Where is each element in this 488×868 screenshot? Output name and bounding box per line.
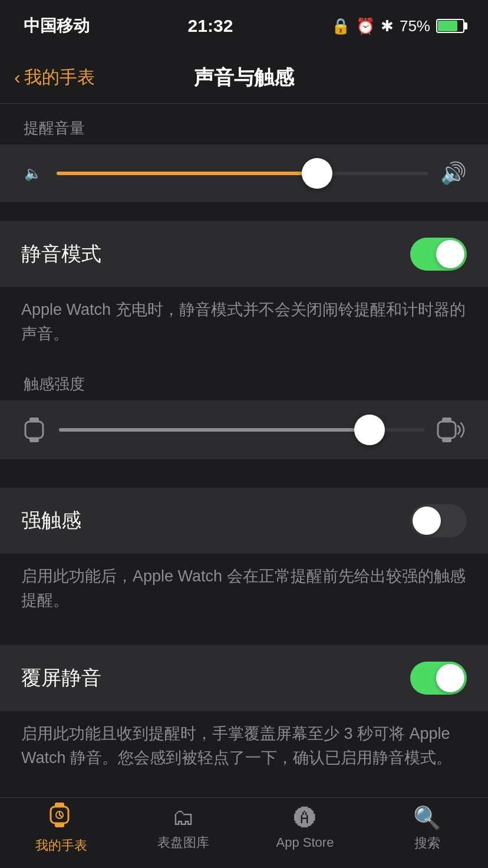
silent-mode-row: 静音模式 [0, 221, 488, 287]
back-arrow-icon: ‹ [14, 67, 21, 88]
page-title: 声音与触感 [194, 64, 294, 91]
haptic-strength-track[interactable] [59, 428, 424, 432]
carrier: 中国移动 [24, 15, 90, 37]
alert-volume-fill [57, 172, 317, 175]
prominent-haptic-toggle[interactable] [410, 504, 467, 537]
divider-2 [0, 459, 488, 478]
tab-my-watch-label: 我的手表 [35, 837, 87, 854]
cover-to-mute-label: 覆屏静音 [21, 665, 101, 692]
cover-to-mute-knob [436, 664, 464, 692]
tab-search[interactable]: 🔍 搜索 [380, 805, 474, 852]
alert-volume-slider-row: 🔈 🔊 [0, 144, 488, 202]
divider-3 [0, 626, 488, 645]
prominent-haptic-description: 启用此功能后，Apple Watch 会在正常提醒前先给出较强的触感提醒。 [0, 554, 488, 626]
prominent-haptic-label: 强触感 [21, 507, 81, 534]
svg-rect-0 [25, 422, 43, 438]
svg-rect-5 [442, 438, 451, 442]
cover-to-mute-group: 覆屏静音 [0, 645, 488, 711]
status-right: 🔒 ⏰ ✱ 75% [331, 17, 464, 35]
alert-volume-thumb [302, 158, 332, 189]
volume-low-icon: 🔈 [21, 165, 45, 182]
svg-rect-3 [438, 422, 456, 438]
svg-rect-4 [442, 417, 451, 422]
silent-mode-description: Apple Watch 充电时，静音模式并不会关闭闹铃提醒和计时器的声音。 [0, 287, 488, 360]
status-bar: 中国移动 21:32 🔒 ⏰ ✱ 75% [0, 0, 488, 52]
alert-volume-label: 提醒音量 [0, 104, 488, 144]
svg-rect-2 [29, 438, 39, 442]
main-content: 提醒音量 🔈 🔊 静音模式 Apple Watch 充电时，静音模式并不会关闭闹… [0, 104, 488, 868]
silent-mode-label: 静音模式 [21, 241, 101, 268]
haptic-strength-fill [59, 428, 370, 432]
haptic-strength-slider-row [0, 400, 488, 459]
prominent-haptic-row: 强触感 [0, 488, 488, 554]
haptic-high-icon [436, 417, 467, 443]
divider-1 [0, 202, 488, 221]
tab-my-watch[interactable]: 我的手表 [14, 802, 108, 854]
battery-percent: 75% [400, 17, 430, 35]
back-button[interactable]: ‹ 我的手表 [14, 65, 95, 90]
alert-volume-track[interactable] [57, 172, 428, 175]
tab-face-gallery-label: 表盘图库 [157, 834, 209, 851]
silent-mode-group: 静音模式 [0, 221, 488, 287]
svg-rect-7 [55, 803, 64, 807]
svg-rect-1 [29, 417, 39, 422]
app-store-icon: 🅐 [294, 806, 316, 831]
divider-2b [0, 478, 488, 488]
tab-face-gallery[interactable]: 🗂 表盘图库 [136, 805, 230, 851]
cover-to-mute-toggle[interactable] [410, 662, 467, 695]
cover-to-mute-row: 覆屏静音 [0, 645, 488, 711]
tab-search-label: 搜索 [414, 834, 440, 852]
tab-app-store-label: App Store [276, 835, 334, 850]
alarm-icon: ⏰ [356, 17, 375, 35]
volume-high-icon: 🔊 [440, 161, 467, 186]
lock-icon: 🔒 [331, 17, 350, 35]
nav-bar: ‹ 我的手表 声音与触感 [0, 52, 488, 104]
tab-app-store[interactable]: 🅐 App Store [258, 806, 352, 850]
clock: 21:32 [188, 16, 233, 36]
my-watch-icon [48, 802, 74, 833]
alert-volume-section: 提醒音量 🔈 🔊 [0, 104, 488, 202]
haptic-low-icon [21, 417, 47, 443]
cover-to-mute-description: 启用此功能且收到提醒时，手掌覆盖屏幕至少 3 秒可将 Apple Watch 静… [0, 711, 488, 784]
silent-mode-knob [436, 240, 464, 268]
search-icon: 🔍 [413, 805, 441, 831]
back-label: 我的手表 [24, 65, 95, 90]
bluetooth-icon: ✱ [381, 17, 394, 35]
haptic-strength-label: 触感强度 [0, 360, 488, 400]
prominent-haptic-knob [413, 507, 441, 535]
silent-mode-toggle[interactable] [410, 238, 467, 271]
tab-bar: 我的手表 🗂 表盘图库 🅐 App Store 🔍 搜索 [0, 797, 488, 868]
svg-rect-8 [55, 823, 64, 827]
face-gallery-icon: 🗂 [172, 805, 194, 830]
battery-icon [436, 19, 464, 33]
prominent-haptic-group: 强触感 [0, 488, 488, 554]
svg-line-11 [60, 815, 62, 817]
haptic-strength-thumb [354, 415, 385, 445]
